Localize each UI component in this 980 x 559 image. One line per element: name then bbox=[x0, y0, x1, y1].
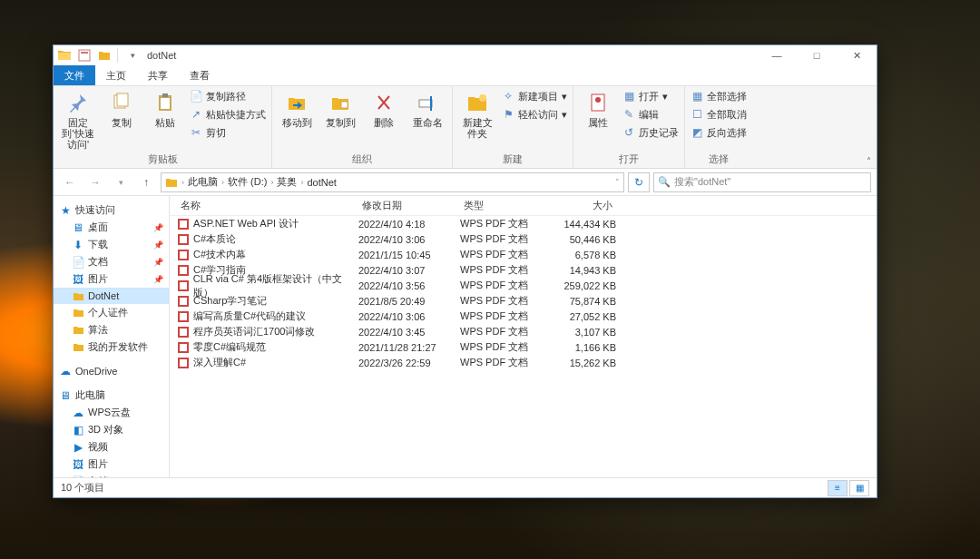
sidebar-item[interactable]: 算法 bbox=[54, 321, 169, 338]
easy-access-button[interactable]: ⚑轻松访问 ▾ bbox=[502, 106, 567, 123]
sidebar-item[interactable]: ◧3D 对象 bbox=[54, 421, 169, 438]
window-title: dotNet bbox=[147, 50, 176, 61]
file-row[interactable]: 编写高质量C#代码的建议2022/4/10 3:06WPS PDF 文档27,0… bbox=[170, 309, 877, 324]
sidebar-item[interactable]: 📄文档📌 bbox=[54, 253, 169, 270]
col-name[interactable]: 名称 bbox=[177, 199, 358, 212]
maximize-button[interactable]: □ bbox=[797, 45, 837, 65]
sidebar-item[interactable]: ⬇下载📌 bbox=[54, 236, 169, 253]
ribbon-collapse-button[interactable]: ˄ bbox=[867, 156, 871, 166]
file-row[interactable]: C#技术内幕2021/1/15 10:45WPS PDF 文档6,578 KB bbox=[170, 247, 877, 262]
file-rows[interactable]: ASP.NET Web API 设计2022/4/10 4:18WPS PDF … bbox=[170, 216, 877, 477]
onedrive-header[interactable]: ☁OneDrive bbox=[54, 363, 169, 379]
tab-share[interactable]: 共享 bbox=[137, 65, 179, 85]
newfolder-icon bbox=[465, 90, 490, 115]
pc-icon: 🖥 bbox=[59, 389, 72, 402]
paste-shortcut-button[interactable]: ↗粘贴快捷方式 bbox=[190, 106, 266, 123]
svg-rect-28 bbox=[180, 329, 187, 336]
copy-path-button[interactable]: 📄复制路径 bbox=[190, 88, 266, 104]
address-dropdown[interactable]: ˅ bbox=[615, 178, 620, 187]
pin-icon: 📌 bbox=[153, 275, 163, 284]
group-label-open: 打开 bbox=[579, 151, 679, 168]
newitem-icon: ✧ bbox=[502, 90, 514, 103]
select-all-button[interactable]: ▦全部选择 bbox=[691, 88, 747, 104]
sidebar-item[interactable]: DotNet bbox=[54, 288, 169, 304]
file-row[interactable]: 零度C#编码规范2021/11/28 21:27WPS PDF 文档1,166 … bbox=[170, 339, 877, 355]
quick-access-header[interactable]: ★快速访问 bbox=[54, 201, 169, 219]
col-date[interactable]: 修改日期 bbox=[358, 199, 460, 212]
sidebar-item[interactable]: 我的开发软件 bbox=[54, 338, 169, 356]
invert-selection-button[interactable]: ◩反向选择 bbox=[691, 124, 747, 141]
tab-view[interactable]: 查看 bbox=[179, 65, 220, 85]
close-button[interactable]: ✕ bbox=[837, 45, 877, 65]
view-details-button[interactable]: ≡ bbox=[828, 480, 848, 496]
rename-button[interactable]: 重命名 bbox=[408, 88, 446, 128]
qat-newfolder-icon[interactable] bbox=[95, 46, 113, 64]
shortcut-icon: ↗ bbox=[190, 108, 202, 121]
sidebar-item[interactable]: 🖥桌面📌 bbox=[54, 219, 169, 236]
forward-button[interactable]: → bbox=[84, 172, 106, 193]
sidebar-item[interactable]: ☁WPS云盘 bbox=[54, 404, 169, 421]
properties-button[interactable]: 属性 bbox=[579, 88, 617, 128]
selectnone-icon: ☐ bbox=[691, 108, 703, 121]
select-none-button[interactable]: ☐全部取消 bbox=[691, 106, 747, 123]
group-label-clipboard: 剪贴板 bbox=[59, 151, 266, 168]
tab-home[interactable]: 主页 bbox=[95, 65, 137, 85]
delete-icon bbox=[371, 90, 397, 115]
up-button[interactable]: ↑ bbox=[135, 172, 157, 193]
pdf-icon bbox=[177, 310, 190, 323]
file-row[interactable]: 深入理解C#2022/3/26 22:59WPS PDF 文档15,262 KB bbox=[170, 355, 877, 370]
breadcrumb-seg[interactable]: 此电脑› bbox=[188, 175, 224, 189]
history-icon: ↺ bbox=[622, 126, 635, 139]
search-box[interactable]: 🔍 搜索"dotNet" bbox=[653, 172, 871, 192]
svg-rect-1 bbox=[81, 52, 88, 54]
cut-button[interactable]: ✂剪切 bbox=[190, 124, 266, 141]
copy-to-button[interactable]: 复制到 bbox=[321, 88, 359, 128]
new-folder-button[interactable]: 新建文件夹 bbox=[458, 88, 496, 139]
sidebar-item[interactable]: ▶视频 bbox=[54, 438, 169, 456]
svg-rect-24 bbox=[180, 298, 187, 305]
edit-icon: ✎ bbox=[622, 108, 635, 121]
open-button[interactable]: ▦打开 ▾ bbox=[622, 88, 679, 104]
file-row[interactable]: ASP.NET Web API 设计2022/4/10 4:18WPS PDF … bbox=[170, 216, 877, 231]
status-bar: 10 个项目 ≡ ▦ bbox=[54, 477, 877, 497]
file-row[interactable]: C#本质论2022/4/10 3:06WPS PDF 文档50,446 KB bbox=[170, 231, 877, 247]
moveto-icon bbox=[284, 90, 309, 115]
copy-button[interactable]: 复制 bbox=[103, 88, 141, 128]
refresh-button[interactable]: ↻ bbox=[628, 172, 650, 192]
pin-icon: 📌 bbox=[153, 223, 163, 232]
new-item-button[interactable]: ✧新建项目 ▾ bbox=[502, 88, 567, 104]
svg-rect-22 bbox=[180, 282, 187, 289]
this-pc-header[interactable]: 🖥此电脑 bbox=[54, 387, 169, 404]
file-row[interactable]: CSharp学习笔记2021/8/5 20:49WPS PDF 文档75,874… bbox=[170, 293, 877, 309]
paste-button[interactable]: 粘贴 bbox=[146, 88, 184, 128]
breadcrumb-seg[interactable]: 莫奥› bbox=[277, 175, 303, 189]
sidebar-item[interactable]: 🖼图片📌 bbox=[54, 270, 169, 288]
back-button[interactable]: ← bbox=[59, 172, 81, 193]
file-row[interactable]: CLR via C# 第4版框架设计（中文版）2022/4/10 3:56WPS… bbox=[170, 278, 877, 293]
file-explorer-window: ▾ dotNet — □ ✕ 文件 主页 共享 查看 bbox=[53, 44, 877, 498]
ribbon-tabs: 文件 主页 共享 查看 bbox=[54, 65, 877, 85]
move-to-button[interactable]: 移动到 bbox=[278, 88, 316, 128]
selectall-icon: ▦ bbox=[691, 90, 703, 103]
sidebar-item[interactable]: 个人证件 bbox=[54, 304, 169, 321]
folder-icon bbox=[165, 176, 178, 189]
edit-button[interactable]: ✎编辑 bbox=[622, 106, 679, 123]
breadcrumb-seg[interactable]: dotNet bbox=[307, 177, 336, 188]
sidebar-item[interactable]: 🖼图片 bbox=[54, 456, 169, 473]
pin-to-quick-access-button[interactable]: 固定到'快速访问' bbox=[59, 88, 97, 150]
minimize-button[interactable]: — bbox=[757, 45, 797, 65]
history-button[interactable]: ↺历史记录 bbox=[622, 124, 679, 141]
tab-file[interactable]: 文件 bbox=[54, 65, 95, 85]
address-bar[interactable]: › 此电脑› 软件 (D:)› 莫奥› dotNet ˅ bbox=[161, 172, 624, 192]
col-size[interactable]: 大小 bbox=[544, 199, 616, 212]
col-type[interactable]: 类型 bbox=[460, 199, 544, 212]
view-large-icons-button[interactable]: ▦ bbox=[849, 480, 869, 496]
nav-pane[interactable]: ★快速访问 🖥桌面📌⬇下载📌📄文档📌🖼图片📌DotNet个人证件算法我的开发软件… bbox=[54, 196, 170, 477]
file-row[interactable]: 程序员英语词汇1700词修改2022/4/10 3:45WPS PDF 文档3,… bbox=[170, 324, 877, 339]
recent-locations-button[interactable]: ▾ bbox=[110, 172, 132, 193]
group-label-organize: 组织 bbox=[278, 151, 446, 168]
delete-button[interactable]: 删除 bbox=[365, 88, 403, 128]
breadcrumb-seg[interactable]: 软件 (D:)› bbox=[228, 175, 273, 189]
qat-properties-icon[interactable] bbox=[75, 46, 93, 64]
qat-customize-dropdown[interactable]: ▾ bbox=[123, 46, 142, 64]
